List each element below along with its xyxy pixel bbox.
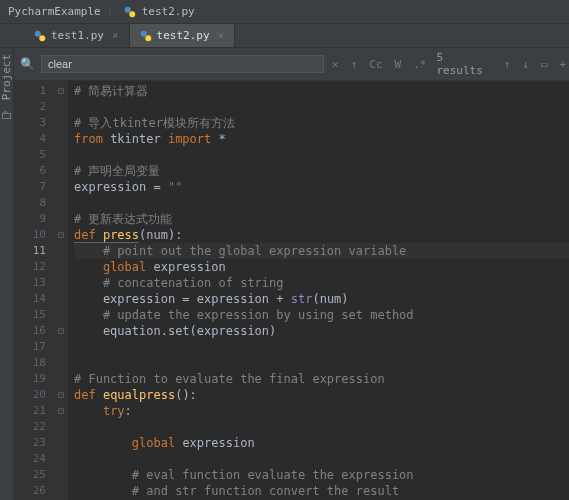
code-line[interactable]: def press(num):	[74, 227, 569, 243]
code-line[interactable]: # Function to evaluate the final express…	[74, 371, 569, 387]
code-line[interactable]	[74, 451, 569, 467]
code-token: str	[291, 292, 313, 306]
breadcrumb: PycharmExample 〉 test2.py	[0, 0, 569, 24]
code-token: expression = expression +	[74, 292, 291, 306]
code-line[interactable]: global expression	[74, 435, 569, 451]
code-token: ():	[175, 388, 197, 402]
regex-toggle[interactable]: .*	[411, 58, 428, 71]
fold-spacer	[54, 339, 68, 355]
code-token: # 简易计算器	[74, 84, 148, 98]
fold-spacer	[54, 179, 68, 195]
line-number: 9	[18, 211, 46, 227]
find-up-icon[interactable]: ↑	[502, 58, 513, 71]
fold-spacer	[54, 99, 68, 115]
code-token: def	[74, 388, 103, 402]
code-line[interactable]	[74, 419, 569, 435]
code-token: equalpress	[103, 388, 175, 402]
code-content[interactable]: # 简易计算器 # 导入tkinter模块所有方法from tkinter im…	[68, 81, 569, 500]
code-line[interactable]: expression = expression + str(num)	[74, 291, 569, 307]
fold-toggle-icon[interactable]: ⊟	[54, 83, 68, 99]
code-line[interactable]: # point out the global expression variab…	[74, 243, 569, 259]
python-file-icon	[140, 30, 152, 42]
find-input[interactable]	[41, 55, 324, 73]
find-down-icon[interactable]: ↓	[520, 58, 531, 71]
code-token: # and str function convert the result	[132, 484, 399, 498]
search-icon: 🔍	[20, 57, 35, 71]
tab-label: test1.py	[51, 29, 104, 42]
code-token: :	[125, 404, 132, 418]
fold-spacer	[54, 195, 68, 211]
add-selection-icon[interactable]: +|	[558, 58, 569, 71]
code-line[interactable]: try:	[74, 403, 569, 419]
fold-spacer	[54, 131, 68, 147]
code-token: # update the expression by using set met…	[103, 308, 414, 322]
code-line[interactable]	[74, 195, 569, 211]
fold-spacer	[54, 371, 68, 387]
code-line[interactable]: def equalpress():	[74, 387, 569, 403]
code-line[interactable]: from tkinter import *	[74, 131, 569, 147]
code-line[interactable]	[74, 339, 569, 355]
code-line[interactable]: # concatenation of string	[74, 275, 569, 291]
line-number: 25	[18, 467, 46, 483]
project-tool-button[interactable]: Project	[0, 54, 13, 100]
prev-occurrence-icon[interactable]: ↑	[349, 58, 360, 71]
line-number: 18	[18, 355, 46, 371]
close-icon[interactable]: ×	[112, 29, 119, 42]
find-bar: 🔍 × ↑ Cc W .* 5 results ↑ ↓ ▭ +|	[14, 48, 569, 81]
code-token: (num)	[312, 292, 348, 306]
fold-toggle-icon[interactable]: ⊟	[54, 387, 68, 403]
code-line[interactable]	[74, 99, 569, 115]
editor-area[interactable]: 1234567891011121314151617181920212223242…	[14, 81, 569, 500]
code-line[interactable]: # 声明全局变量	[74, 163, 569, 179]
breadcrumb-project[interactable]: PycharmExample	[8, 5, 101, 18]
fold-toggle-icon[interactable]: ⊟	[54, 323, 68, 339]
code-line[interactable]: # 简易计算器	[74, 83, 569, 99]
code-line[interactable]	[74, 355, 569, 371]
svg-point-4	[140, 30, 146, 36]
line-number: 2	[18, 99, 46, 115]
close-icon[interactable]: ×	[218, 29, 225, 42]
code-token: expression	[182, 436, 254, 450]
code-token	[74, 308, 103, 322]
fold-spacer	[54, 419, 68, 435]
svg-point-0	[124, 6, 130, 12]
line-number: 24	[18, 451, 46, 467]
fold-spacer	[54, 275, 68, 291]
line-number: 26	[18, 483, 46, 499]
breadcrumb-file[interactable]: test2.py	[142, 5, 195, 18]
code-line[interactable]: # and str function convert the result	[74, 483, 569, 499]
fold-toggle-icon[interactable]: ⊟	[54, 403, 68, 419]
match-case-toggle[interactable]: Cc	[367, 58, 384, 71]
code-line[interactable]: # eval function evaluate the expression	[74, 467, 569, 483]
code-line[interactable]: # update the expression by using set met…	[74, 307, 569, 323]
fold-spacer	[54, 467, 68, 483]
code-token: # concatenation of string	[103, 276, 284, 290]
code-token	[74, 260, 103, 274]
code-line[interactable]: # 导入tkinter模块所有方法	[74, 115, 569, 131]
words-toggle[interactable]: W	[393, 58, 404, 71]
line-number: 7	[18, 179, 46, 195]
line-number: 3	[18, 115, 46, 131]
select-all-icon[interactable]: ▭	[539, 58, 550, 71]
line-number: 20	[18, 387, 46, 403]
clear-search-icon[interactable]: ×	[330, 58, 341, 71]
code-line[interactable]	[74, 147, 569, 163]
folder-icon[interactable]: 🗀	[1, 108, 13, 122]
tab-label: test2.py	[157, 29, 210, 42]
code-token: global	[132, 436, 183, 450]
tab-test2[interactable]: test2.py ×	[130, 24, 236, 47]
editor-tab-bar: test1.py × test2.py ×	[0, 24, 569, 48]
svg-point-5	[145, 35, 151, 41]
code-token: def	[74, 228, 103, 243]
code-line[interactable]: expression = ""	[74, 179, 569, 195]
fold-spacer	[54, 163, 68, 179]
code-line[interactable]: equation.set(expression)	[74, 323, 569, 339]
code-token: # 声明全局变量	[74, 164, 160, 178]
code-line[interactable]: # 更新表达式功能	[74, 211, 569, 227]
fold-toggle-icon[interactable]: ⊟	[54, 227, 68, 243]
line-number: 1	[18, 83, 46, 99]
line-number: 10	[18, 227, 46, 243]
line-number: 4	[18, 131, 46, 147]
code-line[interactable]: global expression	[74, 259, 569, 275]
tab-test1[interactable]: test1.py ×	[24, 24, 130, 47]
